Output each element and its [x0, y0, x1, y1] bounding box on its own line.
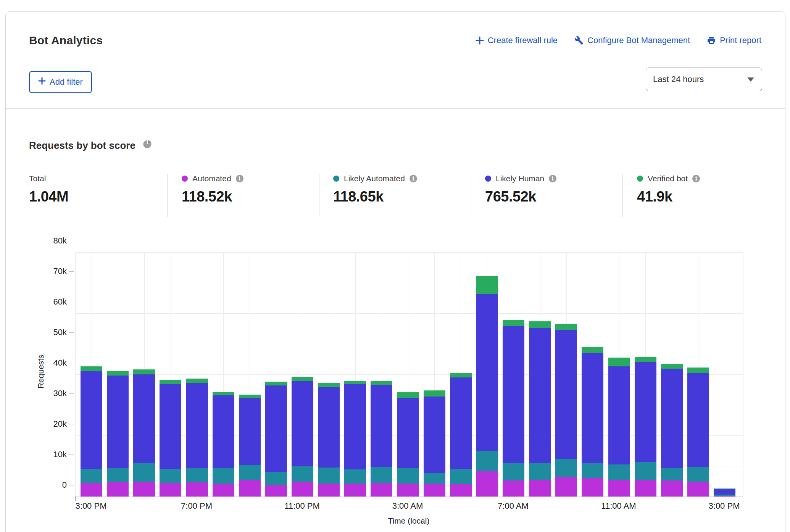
bar-2-00-am[interactable]: [371, 381, 392, 497]
y-tick-mark: [69, 302, 74, 302]
segment-likely-human: [424, 397, 445, 473]
segment-likely-human: [371, 385, 392, 467]
chevron-down-icon: [747, 77, 754, 82]
segment-verified-bot: [450, 373, 472, 377]
segment-likely-human: [344, 384, 366, 469]
y-tick-mark: [69, 241, 74, 241]
create-firewall-rule-link[interactable]: Create firewall rule: [476, 35, 558, 45]
bar-7-00-am[interactable]: [503, 320, 524, 497]
gridline-y-80k: [76, 252, 743, 253]
segment-likely-automated: [239, 465, 261, 480]
bar-4-00-am[interactable]: [424, 390, 445, 497]
segment-automated: [81, 483, 102, 497]
segment-likely-human: [81, 371, 102, 469]
chart-plot-area: [75, 252, 743, 497]
bar-5-00-am[interactable]: [450, 373, 472, 497]
stat-likely-human: Likely Humani765.52k: [485, 174, 556, 205]
gridline-x: [725, 252, 725, 497]
bar-3-00-pm[interactable]: [81, 366, 102, 497]
x-tick-label: 11:00 PM: [284, 501, 320, 511]
info-icon[interactable]: i: [549, 175, 556, 182]
bar-1-00-am[interactable]: [344, 381, 366, 497]
bar-8-00-am[interactable]: [529, 321, 551, 497]
segment-automated: [450, 484, 472, 497]
bar-10-00-pm[interactable]: [265, 382, 287, 497]
configure-bot-management-link[interactable]: Configure Bot Management: [574, 35, 690, 45]
plus-icon: [38, 77, 46, 87]
stat-label: Likely Automated: [344, 174, 405, 183]
segment-likely-automated: [555, 459, 577, 477]
segment-verified-bot: [529, 321, 551, 328]
time-range-select[interactable]: Last 24 hours: [646, 68, 762, 91]
segment-likely-human: [160, 384, 181, 469]
segment-likely-human: [582, 353, 603, 463]
segment-likely-human: [687, 373, 709, 467]
stat-label: Total: [29, 174, 46, 183]
stat-likely-automated: Likely Automatedi118.65k: [333, 174, 417, 205]
bar-1-00-pm[interactable]: [661, 364, 683, 497]
likely-human-legend-dot: [485, 176, 491, 182]
bar-10-00-am[interactable]: [582, 347, 603, 497]
stat-value: 41.9k: [637, 189, 700, 205]
pie-chart-icon: [142, 139, 152, 152]
segment-automated: [107, 482, 129, 497]
y-tick-label: 70k: [40, 266, 67, 276]
y-tick-mark: [69, 363, 74, 363]
segment-automated: [635, 480, 656, 497]
segment-likely-automated: [661, 468, 683, 481]
segment-likely-automated: [160, 469, 181, 483]
plus-icon: [476, 36, 484, 45]
segment-likely-human: [133, 374, 155, 463]
segment-automated: [239, 480, 261, 497]
segment-automated: [424, 484, 445, 497]
add-filter-button[interactable]: Add filter: [29, 71, 92, 93]
info-icon[interactable]: i: [410, 175, 417, 182]
y-tick-mark: [69, 332, 74, 333]
segment-likely-human: [186, 383, 208, 468]
bar-4-00-pm[interactable]: [107, 371, 129, 497]
bar-12-00-pm[interactable]: [635, 357, 656, 497]
segment-verified-bot: [107, 371, 129, 376]
bar-9-00-am[interactable]: [555, 324, 577, 497]
bar-12-00-am[interactable]: [318, 383, 340, 497]
bar-6-00-am[interactable]: [476, 276, 498, 497]
bar-2-00-pm[interactable]: [687, 368, 709, 497]
bar-6-00-pm[interactable]: [160, 380, 181, 497]
bar-3-00-pm[interactable]: [714, 488, 735, 497]
y-tick-mark: [69, 424, 74, 424]
bar-7-00-pm[interactable]: [186, 379, 208, 497]
info-icon[interactable]: i: [692, 175, 700, 182]
page-title: Bot Analytics: [29, 34, 103, 47]
gridline-y-60k: [76, 313, 743, 314]
bar-9-00-pm[interactable]: [239, 395, 261, 497]
segment-verified-bot: [397, 392, 419, 398]
segment-automated: [476, 471, 498, 497]
configure-bot-management-label: Configure Bot Management: [587, 35, 690, 45]
segment-verified-bot: [186, 379, 208, 383]
info-icon[interactable]: i: [236, 175, 243, 182]
print-report-link[interactable]: Print report: [707, 35, 761, 45]
segment-automated: [582, 478, 603, 497]
x-tick-label: 7:00 PM: [181, 501, 212, 511]
gridline-y-0: [76, 497, 743, 497]
likely-automated-legend-dot: [333, 176, 339, 182]
printer-icon: [707, 36, 716, 45]
segment-likely-automated: [213, 468, 234, 483]
bar-11-00-am[interactable]: [608, 358, 630, 497]
segment-automated: [213, 484, 234, 497]
bar-5-00-pm[interactable]: [133, 369, 155, 497]
segment-automated: [661, 480, 683, 497]
x-axis-title: Time (local): [388, 516, 430, 526]
gridline-y-70k: [76, 283, 743, 283]
stat-divider: [319, 174, 319, 217]
bar-3-00-am[interactable]: [397, 392, 419, 497]
stat-total: Total1.04M: [29, 174, 68, 205]
segment-likely-human: [239, 398, 261, 465]
y-tick-mark: [69, 393, 74, 394]
segment-verified-bot: [371, 381, 392, 385]
bar-8-00-pm[interactable]: [213, 392, 234, 497]
segment-likely-automated: [687, 467, 709, 482]
segment-likely-automated: [292, 466, 313, 482]
bar-11-00-pm[interactable]: [292, 377, 313, 497]
segment-likely-human: [714, 489, 735, 495]
